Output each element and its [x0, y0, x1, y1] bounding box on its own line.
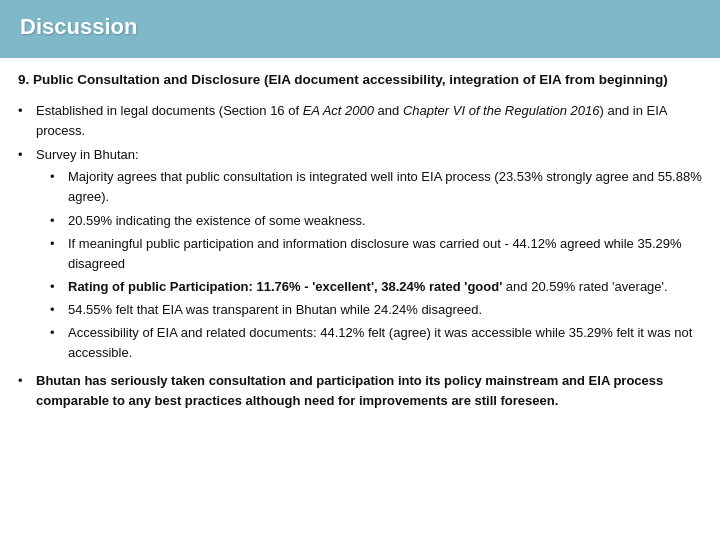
bullet-icon: • — [50, 300, 64, 320]
list-item: • 20.59% indicating the existence of som… — [50, 211, 702, 231]
list-item: • Survey in Bhutan: • Majority agrees th… — [18, 145, 702, 366]
list-item-text: Survey in Bhutan: • Majority agrees that… — [36, 145, 702, 366]
bullet-icon: • — [50, 211, 64, 231]
list-item: • Bhutan has seriously taken consultatio… — [18, 371, 702, 411]
list-item-text: Bhutan has seriously taken consultation … — [36, 371, 702, 411]
bullet-icon: • — [50, 167, 64, 187]
page-title: Discussion — [20, 14, 137, 39]
list-item: • If meaningful public participation and… — [50, 234, 702, 274]
list-item-text: Established in legal documents (Section … — [36, 101, 702, 141]
list-item: • Majority agrees that public consultati… — [50, 167, 702, 207]
header-section: Discussion — [0, 0, 720, 58]
sub-bullet-list: • Majority agrees that public consultati… — [50, 167, 702, 363]
section-title: 9. Public Consultation and Disclosure (E… — [18, 70, 702, 91]
list-item: • Established in legal documents (Sectio… — [18, 101, 702, 141]
main-bullet-list: • Established in legal documents (Sectio… — [18, 101, 702, 411]
bullet-icon: • — [50, 277, 64, 297]
list-item-text: Majority agrees that public consultation… — [68, 167, 702, 207]
list-item: • 54.55% felt that EIA was transparent i… — [50, 300, 702, 320]
list-item: • Rating of public Participation: 11.76%… — [50, 277, 702, 297]
main-content: 9. Public Consultation and Disclosure (E… — [0, 58, 720, 427]
bullet-icon: • — [18, 371, 32, 391]
list-item-text: Rating of public Participation: 11.76% -… — [68, 277, 668, 297]
list-item: • Accessibility of EIA and related docum… — [50, 323, 702, 363]
bullet-icon: • — [50, 323, 64, 343]
bullet-icon: • — [18, 145, 32, 165]
list-item-text: Accessibility of EIA and related documen… — [68, 323, 702, 363]
list-item-text: If meaningful public participation and i… — [68, 234, 702, 274]
bullet-icon: • — [18, 101, 32, 121]
bullet-icon: • — [50, 234, 64, 254]
list-item-text: 54.55% felt that EIA was transparent in … — [68, 300, 482, 320]
list-item-text: 20.59% indicating the existence of some … — [68, 211, 366, 231]
